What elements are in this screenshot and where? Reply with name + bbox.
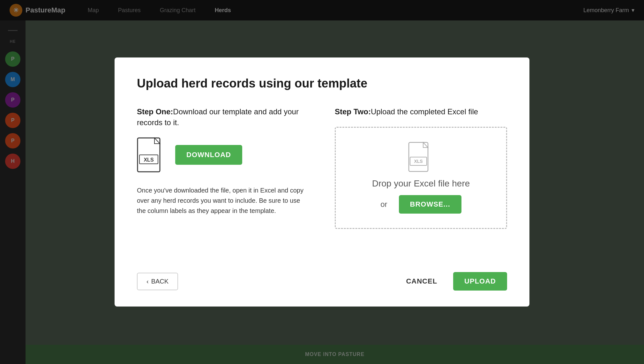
svg-text:XLS: XLS <box>414 159 423 164</box>
drop-row: Drop your Excel file here <box>372 178 470 189</box>
drop-zone[interactable]: XLS Drop your Excel file here or BROWSE.… <box>335 127 507 229</box>
upload-button[interactable]: UPLOAD <box>453 272 507 291</box>
step-two-title: Step Two:Upload the completed Excel file <box>335 106 507 117</box>
download-row: XLS DOWNLOAD <box>137 137 309 172</box>
drop-text: Drop your Excel file here <box>372 178 470 189</box>
step-one-label: Step One: <box>137 107 173 116</box>
back-chevron-icon: ‹ <box>146 278 149 285</box>
back-label: BACK <box>151 278 168 285</box>
browse-button[interactable]: BROWSE... <box>399 195 461 214</box>
svg-text:XLS: XLS <box>144 157 154 163</box>
drop-or: or <box>380 200 387 209</box>
footer-right: CANCEL UPLOAD <box>396 272 507 291</box>
step-one-panel: Step One:Download our template and add y… <box>137 106 309 256</box>
browse-row: or BROWSE... <box>380 195 461 214</box>
download-button[interactable]: DOWNLOAD <box>175 145 242 165</box>
xls-file-icon-drop: XLS <box>408 142 434 172</box>
step-two-label: Step Two: <box>335 107 371 116</box>
upload-modal: Upload herd records using our template S… <box>115 57 529 307</box>
modal-body: Step One:Download our template and add y… <box>137 106 507 256</box>
step-two-panel: Step Two:Upload the completed Excel file… <box>335 106 507 256</box>
cancel-button[interactable]: CANCEL <box>396 272 447 291</box>
step-two-text: Upload the completed Excel file <box>371 107 478 116</box>
xls-file-icon-large: XLS <box>137 137 166 172</box>
instruction-text: Once you've downloaded the file, open it… <box>137 185 309 216</box>
modal-footer: ‹ BACK CANCEL UPLOAD <box>137 272 507 291</box>
step-one-title: Step One:Download our template and add y… <box>137 106 309 128</box>
back-button[interactable]: ‹ BACK <box>137 273 178 290</box>
modal-title: Upload herd records using our template <box>137 77 507 90</box>
